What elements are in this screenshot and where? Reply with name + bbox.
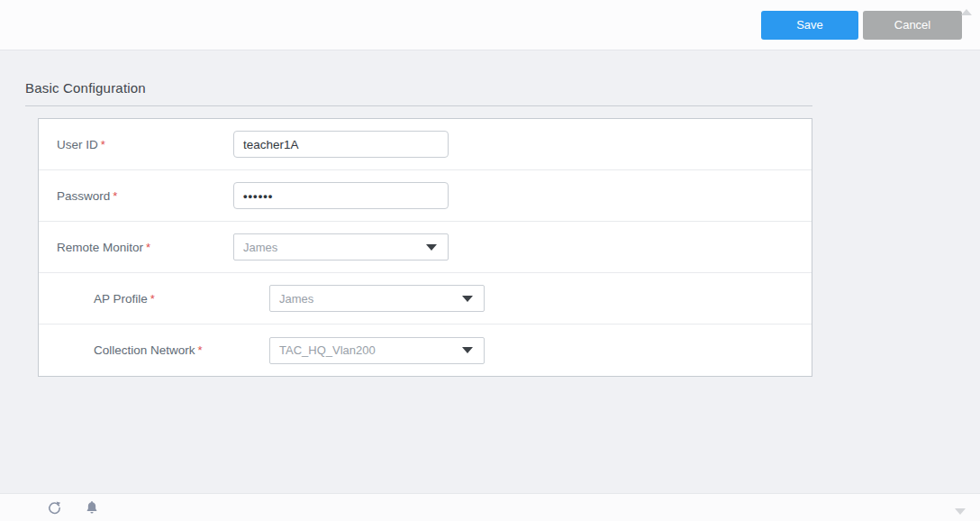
save-button[interactable]: Save <box>761 11 858 40</box>
bottom-status-bar <box>0 493 980 521</box>
required-marker: * <box>101 138 105 151</box>
user-id-label: User ID <box>57 138 98 151</box>
scrollbar-up-arrow[interactable] <box>961 9 972 15</box>
form-row-ap-profile: AP Profile * James <box>39 273 812 324</box>
refresh-icon[interactable] <box>45 498 63 516</box>
remote-monitor-select[interactable]: James <box>233 233 449 260</box>
remote-monitor-label: Remote Monitor <box>57 241 143 254</box>
collection-network-value: TAC_HQ_Vlan200 <box>279 343 376 357</box>
form-row-password: Password * <box>39 170 812 222</box>
cancel-button[interactable]: Cancel <box>863 11 962 40</box>
required-marker: * <box>150 292 155 306</box>
form-row-remote-monitor: Remote Monitor * James <box>39 222 812 273</box>
ap-profile-select[interactable]: James <box>269 285 485 312</box>
page-title: Basic Configuration <box>25 80 146 96</box>
form-row-user-id: User ID * <box>39 119 812 170</box>
scrollbar-down-arrow[interactable] <box>955 508 966 515</box>
form-row-collection-network: Collection Network * TAC_HQ_Vlan200 <box>39 324 812 376</box>
collection-network-label: Collection Network <box>94 343 195 357</box>
top-action-bar: Save Cancel <box>0 0 980 50</box>
required-marker: * <box>198 343 203 357</box>
chevron-down-icon <box>462 296 473 302</box>
chevron-down-icon <box>462 347 473 353</box>
chevron-down-icon <box>426 244 437 251</box>
section-divider <box>25 105 812 106</box>
password-label: Password <box>57 189 110 203</box>
collection-network-select[interactable]: TAC_HQ_Vlan200 <box>269 337 485 364</box>
ap-profile-label: AP Profile <box>94 292 148 306</box>
password-input[interactable] <box>233 182 449 209</box>
required-marker: * <box>146 241 150 254</box>
bell-icon[interactable] <box>83 498 101 516</box>
required-marker: * <box>113 189 117 203</box>
ap-profile-value: James <box>279 292 313 306</box>
remote-monitor-value: James <box>243 241 277 254</box>
user-id-input[interactable] <box>233 131 449 158</box>
basic-configuration-panel: User ID * Password * Remote Monitor * Ja… <box>38 118 812 377</box>
